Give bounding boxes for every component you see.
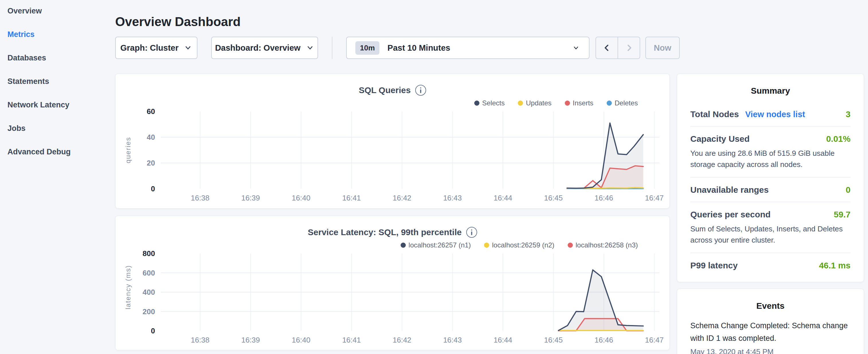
legend-dot-icon <box>607 100 612 106</box>
x-axis-tick: 16:46 <box>584 194 624 202</box>
sql-queries-chart-card: SQL Queries SelectsUpdatesInsertsDeletes… <box>115 74 670 208</box>
legend-dot-icon <box>401 243 406 248</box>
sql-queries-plot[interactable] <box>161 111 659 189</box>
info-icon[interactable] <box>415 85 426 96</box>
sidebar-item-jobs[interactable]: Jobs <box>7 123 111 133</box>
overview-dashboard-page: { "sidebar": { "items": [ {"label": "Ove… <box>0 0 868 354</box>
summary-row-capacity-used: Capacity Used 0.01% You are using 28.6 M… <box>690 126 850 177</box>
y-axis-tick: 200 <box>121 307 155 316</box>
event-message: Schema Change Completed: Schema change w… <box>690 319 850 345</box>
x-axis-tick: 16:43 <box>432 194 472 202</box>
summary-row-total-nodes: Total Nodes View nodes list 3 <box>690 102 850 126</box>
summary-row-label: Capacity Used <box>690 134 750 144</box>
previous-interval-button[interactable] <box>596 37 618 58</box>
y-axis-tick: 0 <box>121 184 155 193</box>
x-axis-tick: 16:46 <box>584 336 624 345</box>
x-axis-tick: 16:45 <box>533 194 574 202</box>
x-axis-tick: 16:44 <box>483 336 523 345</box>
x-axis-tick: 16:43 <box>432 336 472 345</box>
graph-selector-dropdown[interactable]: Graph: Cluster <box>115 37 197 59</box>
summary-row-value: 59.7 <box>834 210 850 219</box>
x-axis-tick: 16:39 <box>230 194 271 202</box>
legend-item: localhost:26257 (n1) <box>401 241 471 249</box>
x-axis-tick: 16:41 <box>332 336 372 345</box>
summary-row-value: 0.01% <box>826 134 850 144</box>
dashboard-selector-label: Dashboard: Overview <box>215 43 300 53</box>
summary-panel: Summary Total Nodes View nodes list 3 Ca… <box>677 74 864 282</box>
x-axis-tick: 16:40 <box>281 194 321 202</box>
legend-label: localhost:26257 (n1) <box>409 241 471 249</box>
events-title: Events <box>677 301 864 311</box>
sidebar-item-databases[interactable]: Databases <box>7 53 111 63</box>
summary-row-value: 46.1 ms <box>819 261 850 270</box>
time-step-button-group <box>595 37 640 59</box>
chevron-right-icon <box>624 43 633 53</box>
now-button[interactable]: Now <box>645 37 680 59</box>
summary-row-label: Queries per second <box>690 210 771 219</box>
x-axis-tick: 16:42 <box>382 194 422 202</box>
y-axis-tick: 600 <box>121 268 155 278</box>
legend-item: localhost:26259 (n2) <box>484 241 554 249</box>
next-interval-button[interactable] <box>618 37 640 58</box>
chart-legend: SelectsUpdatesInsertsDeletes <box>474 99 638 107</box>
service-latency-chart-card: Service Latency: SQL, 99th percentile lo… <box>115 216 670 350</box>
sidebar-nav: Overview Metrics Databases Statements Ne… <box>7 6 111 170</box>
sidebar-item-statements[interactable]: Statements <box>7 76 111 87</box>
legend-dot-icon <box>518 100 523 106</box>
event-timestamp: May 13, 2020 at 4:45 PM <box>690 347 850 354</box>
service-latency-plot[interactable] <box>161 254 659 331</box>
legend-label: Deletes <box>615 99 638 107</box>
chevron-left-icon <box>602 43 612 53</box>
legend-label: Inserts <box>573 99 593 107</box>
sidebar-item-network-latency[interactable]: Network Latency <box>7 100 111 110</box>
legend-label: Selects <box>482 99 505 107</box>
legend-item: localhost:26258 (n3) <box>568 241 638 249</box>
chevron-down-icon <box>306 43 314 52</box>
chevron-down-icon <box>572 43 580 52</box>
legend-item: Inserts <box>565 99 593 107</box>
x-axis-tick: 16:44 <box>483 194 523 202</box>
legend-item: Updates <box>518 99 551 107</box>
summary-row-value: 0 <box>846 185 850 195</box>
legend-label: localhost:26258 (n3) <box>576 241 638 249</box>
x-axis-tick: 16:39 <box>230 336 271 345</box>
summary-row-label: Unavailable ranges <box>690 185 769 195</box>
legend-label: Updates <box>526 99 551 107</box>
graph-selector-label: Graph: Cluster <box>120 43 179 53</box>
summary-row-value: 3 <box>846 109 850 119</box>
summary-title: Summary <box>677 86 864 96</box>
time-range-dropdown[interactable]: 10m Past 10 Minutes <box>346 37 589 59</box>
view-nodes-list-link[interactable]: View nodes list <box>745 110 805 119</box>
summary-row-label: P99 latency <box>690 261 738 270</box>
summary-row-unavailable-ranges: Unavailable ranges 0 <box>690 177 850 202</box>
x-axis-tick: 16:38 <box>180 336 220 345</box>
x-axis-tick: 16:42 <box>382 336 422 345</box>
chart-title: Service Latency: SQL, 99th percentile <box>308 227 462 237</box>
legend-label: localhost:26259 (n2) <box>492 241 554 249</box>
sidebar-item-advanced-debug[interactable]: Advanced Debug <box>7 147 111 157</box>
info-icon[interactable] <box>466 227 477 238</box>
chart-legend: localhost:26257 (n1)localhost:26259 (n2)… <box>401 241 638 249</box>
page-title: Overview Dashboard <box>115 14 241 29</box>
summary-row-description: Sum of Selects, Updates, Inserts, and De… <box>690 223 850 246</box>
legend-dot-icon <box>474 100 479 106</box>
dashboard-selector-dropdown[interactable]: Dashboard: Overview <box>211 37 318 59</box>
time-range-label: Past 10 Minutes <box>388 43 566 53</box>
legend-dot-icon <box>568 243 573 248</box>
time-range-badge: 10m <box>355 41 379 55</box>
sidebar-item-metrics[interactable]: Metrics <box>7 29 111 39</box>
x-axis-tick: 16:40 <box>281 336 321 345</box>
legend-item: Deletes <box>607 99 638 107</box>
summary-row-label: Total Nodes <box>690 109 739 119</box>
sidebar-item-overview[interactable]: Overview <box>7 6 111 16</box>
y-axis-tick: 0 <box>121 326 155 335</box>
y-axis-tick: 20 <box>121 158 155 167</box>
summary-row-p99-latency: P99 latency 46.1 ms <box>690 253 850 277</box>
y-axis-tick: 400 <box>121 288 155 297</box>
legend-dot-icon <box>565 100 570 106</box>
x-axis-tick: 16:38 <box>180 194 220 202</box>
chart-title: SQL Queries <box>359 85 411 95</box>
x-axis-tick: 16:47 <box>634 336 674 345</box>
event-list-item[interactable]: Schema Change Completed: Schema change w… <box>690 319 850 354</box>
x-axis-tick: 16:45 <box>533 336 574 345</box>
